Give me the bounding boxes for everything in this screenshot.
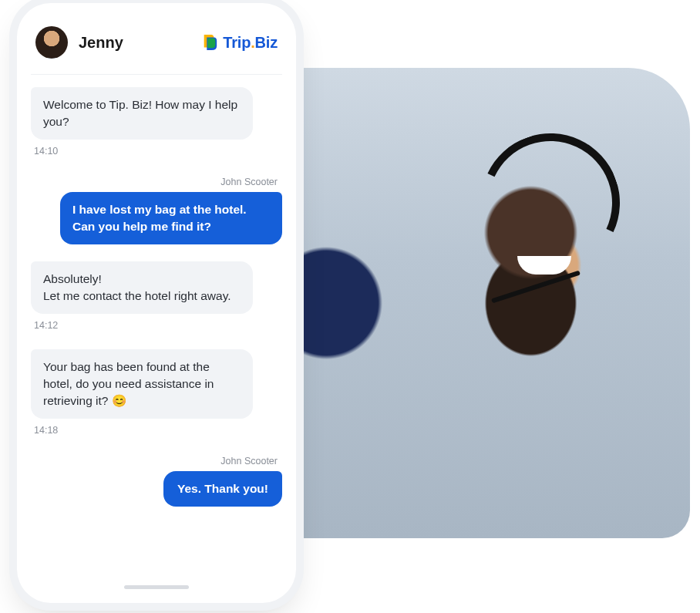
message-agent: Your bag has been found at the hotel, do… xyxy=(31,349,282,446)
message-agent: Absolutely! Let me contact the hotel rig… xyxy=(31,261,282,342)
message-timestamp: 14:18 xyxy=(31,419,282,446)
agent-avatar[interactable] xyxy=(35,26,68,59)
message-agent: Welcome to Tip. Biz! How may I help you?… xyxy=(31,87,282,167)
message-bubble[interactable]: Your bag has been found at the hotel, do… xyxy=(31,349,253,419)
message-timestamp: 14:12 xyxy=(31,314,282,342)
agent-name: Jenny xyxy=(79,34,123,52)
brand-icon xyxy=(201,33,218,52)
chat-body[interactable]: Welcome to Tip. Biz! How may I help you?… xyxy=(31,75,282,579)
chat-header: Jenny Trip.Biz xyxy=(31,23,282,75)
home-indicator[interactable] xyxy=(124,585,189,589)
sender-label: John Scooter xyxy=(220,175,282,192)
support-agent-photo xyxy=(235,68,690,538)
message-user: John Scooter I have lost my bag at the h… xyxy=(31,175,282,244)
message-timestamp: 14:10 xyxy=(31,140,282,167)
message-bubble[interactable]: Absolutely! Let me contact the hotel rig… xyxy=(31,261,253,314)
brand-logo[interactable]: Trip.Biz xyxy=(201,33,278,52)
message-bubble[interactable]: I have lost my bag at the hotel. Can you… xyxy=(60,192,282,244)
sender-label: John Scooter xyxy=(220,454,282,471)
message-bubble[interactable]: Yes. Thank you! xyxy=(163,471,282,507)
message-user: John Scooter Yes. Thank you! xyxy=(31,454,282,507)
microphone-icon xyxy=(491,270,581,303)
phone-frame: Jenny Trip.Biz Welcome to Tip. Biz! How … xyxy=(17,3,296,603)
message-bubble[interactable]: Welcome to Tip. Biz! How may I help you? xyxy=(31,87,253,140)
brand-text: Trip.Biz xyxy=(223,34,278,52)
